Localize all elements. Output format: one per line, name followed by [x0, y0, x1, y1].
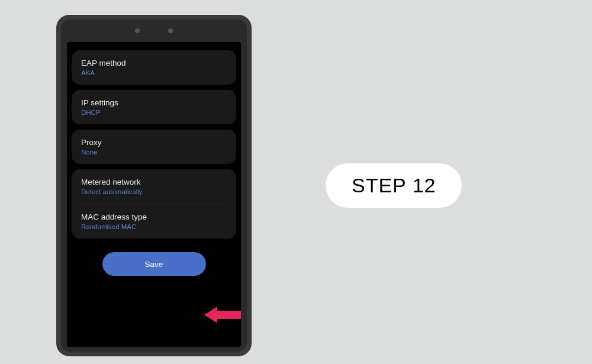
setting-label: IP settings	[81, 98, 227, 107]
setting-label: EAP method	[81, 59, 227, 67]
tablet-bezel: EAP method AKA IP settings DHCP Proxy No…	[61, 20, 247, 352]
setting-ip-settings[interactable]: IP settings DHCP	[72, 90, 236, 124]
setting-value: DHCP	[81, 109, 227, 116]
tablet-top-bar	[61, 20, 247, 42]
setting-value: Detect automatically	[81, 188, 227, 195]
step-pill: STEP 12	[326, 163, 462, 208]
arrow-annotation-icon	[204, 307, 241, 323]
arrow-head-icon	[204, 307, 217, 323]
setting-eap-method[interactable]: EAP method AKA	[72, 50, 236, 85]
setting-metered-network[interactable]: Metered network Detect automatically	[72, 169, 236, 204]
step-label: STEP 12	[352, 174, 436, 197]
tablet-frame: EAP method AKA IP settings DHCP Proxy No…	[56, 15, 252, 356]
arrow-body-icon	[217, 311, 241, 319]
camera-dot-icon	[168, 28, 173, 33]
setting-group-network: Metered network Detect automatically MAC…	[72, 169, 236, 239]
setting-value: Randomised MAC	[81, 223, 227, 230]
setting-label: Proxy	[81, 138, 227, 147]
setting-value: AKA	[81, 69, 227, 76]
setting-proxy[interactable]: Proxy None	[72, 130, 236, 164]
setting-label: Metered network	[81, 178, 227, 186]
save-button-container: Save	[72, 252, 236, 276]
setting-value: None	[81, 149, 227, 156]
setting-label: MAC address type	[81, 212, 227, 221]
save-button[interactable]: Save	[102, 252, 206, 276]
sensor-dot-icon	[135, 28, 140, 33]
setting-mac-address-type[interactable]: MAC address type Randomised MAC	[72, 204, 236, 239]
tablet-screen: EAP method AKA IP settings DHCP Proxy No…	[67, 42, 241, 347]
